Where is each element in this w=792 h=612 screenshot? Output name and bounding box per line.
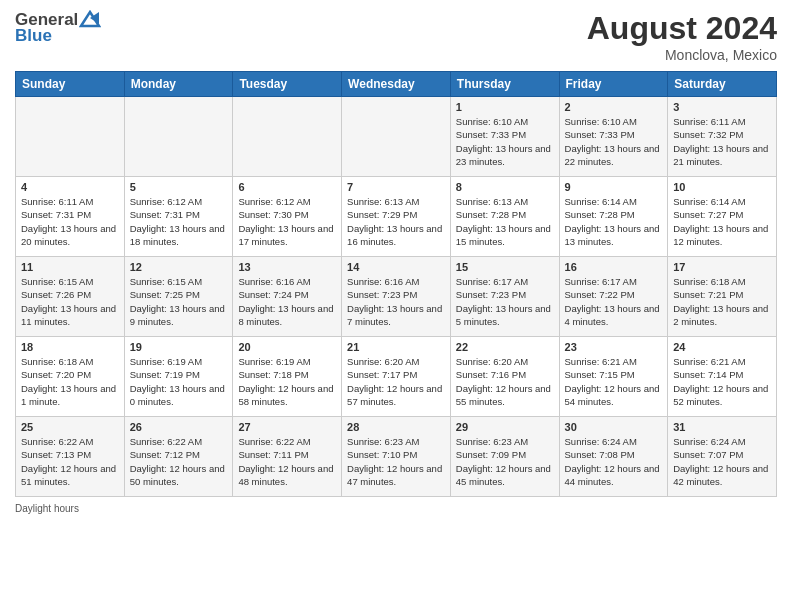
day-cell: 5 Sunrise: 6:12 AM Sunset: 7:31 PM Dayli… [124, 177, 233, 257]
day-cell [233, 97, 342, 177]
sunset: Sunset: 7:29 PM [347, 208, 445, 221]
day-cell: 6 Sunrise: 6:12 AM Sunset: 7:30 PM Dayli… [233, 177, 342, 257]
day-info: Sunrise: 6:16 AM Sunset: 7:24 PM Dayligh… [238, 275, 336, 328]
daylight: Daylight: 13 hours and 21 minutes. [673, 142, 771, 169]
day-number: 5 [130, 181, 228, 193]
sunset: Sunset: 7:24 PM [238, 288, 336, 301]
daylight: Daylight: 13 hours and 9 minutes. [130, 302, 228, 329]
daylight: Daylight: 12 hours and 51 minutes. [21, 462, 119, 489]
sunrise: Sunrise: 6:15 AM [130, 275, 228, 288]
sunrise: Sunrise: 6:10 AM [565, 115, 663, 128]
day-info: Sunrise: 6:18 AM Sunset: 7:20 PM Dayligh… [21, 355, 119, 408]
day-number: 8 [456, 181, 554, 193]
sunrise: Sunrise: 6:22 AM [21, 435, 119, 448]
sunrise: Sunrise: 6:20 AM [456, 355, 554, 368]
day-number: 18 [21, 341, 119, 353]
day-cell: 20 Sunrise: 6:19 AM Sunset: 7:18 PM Dayl… [233, 337, 342, 417]
sunrise: Sunrise: 6:10 AM [456, 115, 554, 128]
day-info: Sunrise: 6:12 AM Sunset: 7:31 PM Dayligh… [130, 195, 228, 248]
day-info: Sunrise: 6:22 AM Sunset: 7:13 PM Dayligh… [21, 435, 119, 488]
day-cell: 9 Sunrise: 6:14 AM Sunset: 7:28 PM Dayli… [559, 177, 668, 257]
day-info: Sunrise: 6:11 AM Sunset: 7:32 PM Dayligh… [673, 115, 771, 168]
day-number: 15 [456, 261, 554, 273]
day-cell: 28 Sunrise: 6:23 AM Sunset: 7:10 PM Dayl… [342, 417, 451, 497]
sunset: Sunset: 7:13 PM [21, 448, 119, 461]
sunset: Sunset: 7:31 PM [130, 208, 228, 221]
header-row: Sunday Monday Tuesday Wednesday Thursday… [16, 72, 777, 97]
day-cell: 2 Sunrise: 6:10 AM Sunset: 7:33 PM Dayli… [559, 97, 668, 177]
sunrise: Sunrise: 6:24 AM [565, 435, 663, 448]
title-area: August 2024 Monclova, Mexico [587, 10, 777, 63]
day-info: Sunrise: 6:12 AM Sunset: 7:30 PM Dayligh… [238, 195, 336, 248]
day-cell: 22 Sunrise: 6:20 AM Sunset: 7:16 PM Dayl… [450, 337, 559, 417]
daylight: Daylight: 12 hours and 50 minutes. [130, 462, 228, 489]
day-number: 24 [673, 341, 771, 353]
daylight: Daylight: 13 hours and 4 minutes. [565, 302, 663, 329]
sunset: Sunset: 7:23 PM [456, 288, 554, 301]
day-info: Sunrise: 6:10 AM Sunset: 7:33 PM Dayligh… [456, 115, 554, 168]
day-number: 7 [347, 181, 445, 193]
daylight: Daylight: 12 hours and 52 minutes. [673, 382, 771, 409]
sunset: Sunset: 7:33 PM [456, 128, 554, 141]
day-info: Sunrise: 6:20 AM Sunset: 7:17 PM Dayligh… [347, 355, 445, 408]
col-saturday: Saturday [668, 72, 777, 97]
daylight: Daylight: 12 hours and 44 minutes. [565, 462, 663, 489]
day-cell: 31 Sunrise: 6:24 AM Sunset: 7:07 PM Dayl… [668, 417, 777, 497]
day-number: 6 [238, 181, 336, 193]
day-number: 27 [238, 421, 336, 433]
day-cell: 4 Sunrise: 6:11 AM Sunset: 7:31 PM Dayli… [16, 177, 125, 257]
sunrise: Sunrise: 6:23 AM [456, 435, 554, 448]
daylight: Daylight: 12 hours and 58 minutes. [238, 382, 336, 409]
sunset: Sunset: 7:10 PM [347, 448, 445, 461]
week-row-4: 18 Sunrise: 6:18 AM Sunset: 7:20 PM Dayl… [16, 337, 777, 417]
page: General Blue August 2024 Monclova, Mexic… [0, 0, 792, 612]
sunset: Sunset: 7:30 PM [238, 208, 336, 221]
daylight: Daylight: 13 hours and 13 minutes. [565, 222, 663, 249]
day-cell: 26 Sunrise: 6:22 AM Sunset: 7:12 PM Dayl… [124, 417, 233, 497]
sunset: Sunset: 7:31 PM [21, 208, 119, 221]
day-number: 26 [130, 421, 228, 433]
sunrise: Sunrise: 6:18 AM [21, 355, 119, 368]
daylight: Daylight: 12 hours and 48 minutes. [238, 462, 336, 489]
daylight: Daylight: 12 hours and 47 minutes. [347, 462, 445, 489]
day-cell: 27 Sunrise: 6:22 AM Sunset: 7:11 PM Dayl… [233, 417, 342, 497]
sunrise: Sunrise: 6:12 AM [238, 195, 336, 208]
sunset: Sunset: 7:12 PM [130, 448, 228, 461]
daylight: Daylight: 13 hours and 11 minutes. [21, 302, 119, 329]
day-info: Sunrise: 6:18 AM Sunset: 7:21 PM Dayligh… [673, 275, 771, 328]
day-cell [16, 97, 125, 177]
col-friday: Friday [559, 72, 668, 97]
sunset: Sunset: 7:14 PM [673, 368, 771, 381]
sunrise: Sunrise: 6:15 AM [21, 275, 119, 288]
day-cell: 17 Sunrise: 6:18 AM Sunset: 7:21 PM Dayl… [668, 257, 777, 337]
day-number: 14 [347, 261, 445, 273]
sunrise: Sunrise: 6:14 AM [673, 195, 771, 208]
sunset: Sunset: 7:23 PM [347, 288, 445, 301]
sunset: Sunset: 7:25 PM [130, 288, 228, 301]
sunset: Sunset: 7:08 PM [565, 448, 663, 461]
daylight: Daylight: 13 hours and 16 minutes. [347, 222, 445, 249]
day-cell: 25 Sunrise: 6:22 AM Sunset: 7:13 PM Dayl… [16, 417, 125, 497]
day-info: Sunrise: 6:11 AM Sunset: 7:31 PM Dayligh… [21, 195, 119, 248]
col-wednesday: Wednesday [342, 72, 451, 97]
sunrise: Sunrise: 6:16 AM [347, 275, 445, 288]
sunrise: Sunrise: 6:23 AM [347, 435, 445, 448]
sunrise: Sunrise: 6:14 AM [565, 195, 663, 208]
day-cell: 24 Sunrise: 6:21 AM Sunset: 7:14 PM Dayl… [668, 337, 777, 417]
day-cell: 19 Sunrise: 6:19 AM Sunset: 7:19 PM Dayl… [124, 337, 233, 417]
day-cell: 1 Sunrise: 6:10 AM Sunset: 7:33 PM Dayli… [450, 97, 559, 177]
day-number: 29 [456, 421, 554, 433]
sunrise: Sunrise: 6:19 AM [130, 355, 228, 368]
day-number: 11 [21, 261, 119, 273]
day-cell: 14 Sunrise: 6:16 AM Sunset: 7:23 PM Dayl… [342, 257, 451, 337]
daylight: Daylight: 13 hours and 1 minute. [21, 382, 119, 409]
daylight: Daylight: 13 hours and 8 minutes. [238, 302, 336, 329]
sunset: Sunset: 7:07 PM [673, 448, 771, 461]
footer: Daylight hours [15, 503, 777, 514]
day-number: 16 [565, 261, 663, 273]
location-title: Monclova, Mexico [587, 47, 777, 63]
sunset: Sunset: 7:33 PM [565, 128, 663, 141]
col-monday: Monday [124, 72, 233, 97]
sunrise: Sunrise: 6:11 AM [21, 195, 119, 208]
daylight: Daylight: 13 hours and 18 minutes. [130, 222, 228, 249]
